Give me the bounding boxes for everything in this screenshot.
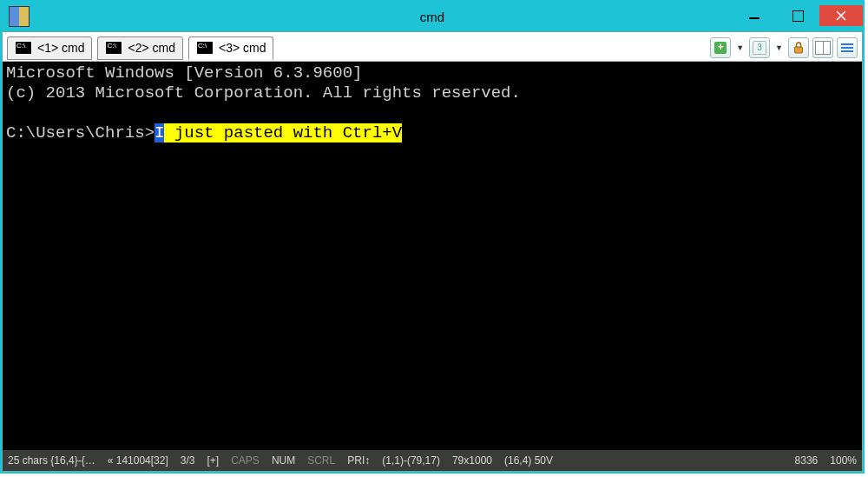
svg-rect-0 [795, 47, 803, 53]
status-dims: 79x1000 [452, 454, 492, 467]
cmd-icon [105, 41, 122, 55]
lock-button[interactable] [788, 37, 809, 58]
app-icon [9, 6, 30, 27]
tab-1[interactable]: <1> cmd [7, 36, 92, 60]
minimize-button[interactable] [733, 5, 776, 26]
status-bar: 25 chars {16,4}-{… « 141004[32] 3/3 [+] … [3, 450, 862, 471]
pasted-text: just pasted with Ctrl+V [164, 123, 402, 142]
console-output[interactable]: Microsoft Windows [Version 6.3.9600] (c)… [3, 62, 862, 450]
status-caps: CAPS [231, 454, 260, 467]
toolbar-right: + ▼ 3 ▼ [710, 37, 858, 58]
split-icon [815, 41, 831, 55]
status-pid: 8336 [795, 454, 819, 467]
menu-icon [841, 43, 853, 52]
tab-3[interactable]: <3> cmd [188, 36, 273, 60]
cmd-icon [196, 41, 214, 55]
new-tab-dropdown[interactable]: ▼ [734, 43, 746, 52]
console-line: (c) 2013 Microsoft Corporation. All righ… [6, 83, 521, 103]
text-cursor: I [155, 123, 164, 142]
tab-label: <1> cmd [37, 41, 84, 55]
status-cursor: (16,4) 50V [504, 454, 553, 467]
plus-icon: + [714, 42, 727, 54]
tab-label: <3> cmd [219, 41, 266, 55]
titlebar[interactable]: cmd [2, 2, 863, 31]
console-line: Microsoft Windows [Version 6.3.9600] [6, 63, 362, 83]
lock-icon [793, 42, 804, 54]
status-page: 3/3 [181, 454, 195, 467]
prompt: C:\Users\Chris> [6, 123, 155, 142]
maximize-button[interactable] [776, 5, 819, 26]
tab-number-badge[interactable]: 3 [749, 37, 770, 58]
status-plus: [+] [207, 454, 220, 467]
new-tab-button[interactable]: + [710, 37, 731, 58]
status-encoded: « 141004[32] [108, 454, 168, 467]
client-area: <1> cmd <2> cmd <3> cmd + ▼ 3 ▼ [2, 31, 863, 472]
window-buttons [733, 5, 863, 28]
tab-bar: <1> cmd <2> cmd <3> cmd + ▼ 3 ▼ [3, 32, 862, 62]
status-num: NUM [272, 454, 295, 467]
menu-button[interactable] [837, 37, 858, 58]
badge-number: 3 [753, 41, 766, 55]
cmd-icon [15, 41, 32, 55]
status-scrl: SCRL [307, 454, 335, 467]
status-chars: 25 chars {16,4}-{… [8, 454, 95, 467]
tab-label: <2> cmd [128, 41, 174, 55]
tab-2[interactable]: <2> cmd [97, 36, 182, 60]
status-pri: PRI↕ [347, 454, 370, 467]
close-button[interactable] [819, 5, 863, 26]
tab-number-dropdown[interactable]: ▼ [773, 43, 785, 52]
status-range: (1,1)-(79,17) [382, 454, 440, 467]
app-window: cmd <1> cmd <2> cmd <3> cmd + [0, 0, 865, 474]
split-button[interactable] [812, 37, 833, 58]
status-zoom: 100% [830, 454, 857, 467]
